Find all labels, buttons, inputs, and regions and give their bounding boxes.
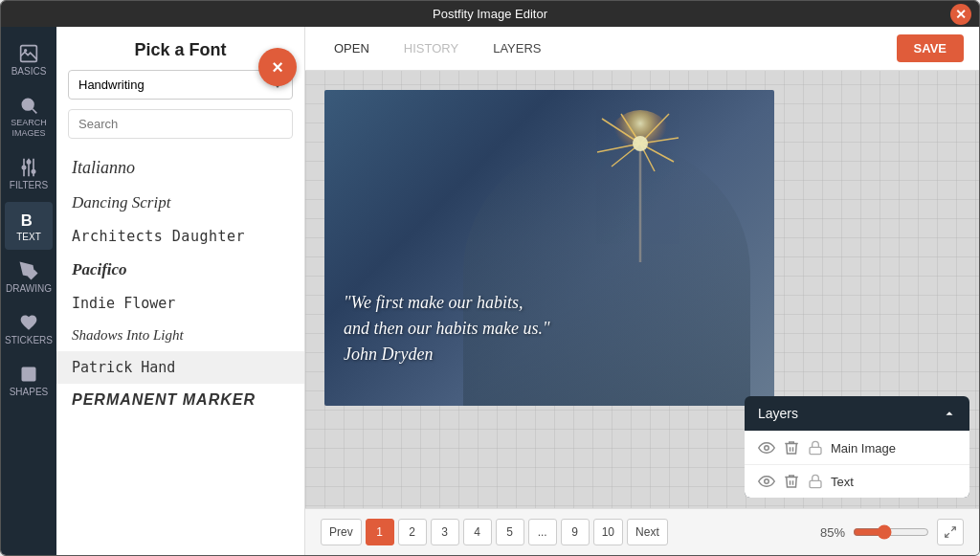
sidebar-filters-label: FILTERS — [10, 180, 48, 190]
layer-text-visibility-icon — [758, 473, 775, 490]
image-background: "We first make our habits,and then our h… — [324, 90, 774, 406]
zoom-label: 85% — [820, 525, 845, 540]
font-panel: Pick a Font Handwriting Serif Sans-Serif… — [56, 27, 305, 555]
svg-line-3 — [33, 109, 37, 114]
page-4-button[interactable]: 4 — [463, 519, 492, 545]
save-button[interactable]: SAVE — [897, 34, 964, 62]
page-9-button[interactable]: 9 — [561, 519, 590, 545]
app-title: Postfity Image Editor — [433, 7, 547, 21]
next-button[interactable]: Next — [627, 519, 668, 545]
svg-point-2 — [22, 99, 33, 110]
canvas-content: "We first make our habits,and then our h… — [305, 71, 979, 508]
layers-panel-header: Layers — [745, 396, 969, 431]
layer-text-delete-icon — [783, 473, 800, 490]
open-button[interactable]: OPEN — [321, 35, 383, 61]
font-panel-close-button[interactable]: × — [258, 48, 297, 86]
sidebar-item-filters[interactable]: FILTERS — [5, 150, 53, 198]
layer-main-image-name: Main Image — [831, 441, 956, 456]
main-area: BASICS SEARCH IMAGES FILTERS B TEXT DRAW… — [1, 27, 979, 555]
svg-point-14 — [27, 269, 30, 272]
font-item-italianno[interactable]: Italianno — [56, 150, 304, 186]
fullscreen-button[interactable] — [937, 519, 964, 545]
layers-panel: Layers Main Image Text — [745, 396, 969, 498]
font-item-pacifico[interactable]: Pacifico — [56, 253, 304, 287]
layer-delete-icon — [783, 439, 800, 456]
svg-rect-15 — [22, 367, 34, 380]
page-ellipsis-button: ... — [528, 519, 557, 545]
canvas-bottom-bar: Prev 1 2 3 4 5 ... 9 10 Next 85% — [305, 508, 979, 555]
page-3-button[interactable]: 3 — [431, 519, 459, 545]
sparkler-image — [583, 109, 698, 281]
sidebar-item-shapes[interactable]: SHAPES — [5, 357, 53, 405]
sidebar-search-label: SEARCH IMAGES — [9, 118, 49, 139]
sidebar-stickers-label: STICKERS — [5, 335, 53, 345]
svg-point-25 — [633, 136, 648, 151]
svg-point-29 — [765, 479, 769, 484]
layers-button[interactable]: LAYERS — [479, 35, 554, 61]
sidebar-item-drawing[interactable]: DRAWING — [5, 254, 53, 301]
svg-point-27 — [765, 446, 769, 451]
sidebar-drawing-label: DRAWING — [6, 283, 52, 294]
layer-main-image[interactable]: Main Image — [745, 431, 969, 464]
prev-button[interactable]: Prev — [321, 519, 362, 545]
font-search-row — [56, 109, 304, 146]
sidebar: BASICS SEARCH IMAGES FILTERS B TEXT DRAW… — [1, 27, 56, 555]
svg-rect-28 — [810, 447, 821, 454]
font-search-input[interactable] — [68, 109, 293, 139]
layers-collapse-icon[interactable] — [943, 407, 956, 420]
fullscreen-icon — [944, 525, 957, 539]
canvas-area: OPEN HISTORY LAYERS SAVE — [305, 27, 979, 555]
sidebar-item-basics[interactable]: BASICS — [5, 36, 53, 84]
layer-text-name: Text — [831, 475, 956, 489]
svg-rect-30 — [810, 480, 821, 487]
page-2-button[interactable]: 2 — [398, 519, 427, 545]
font-list: Italianno Dancing Script Architects Daug… — [56, 146, 304, 555]
sidebar-item-stickers[interactable]: STICKERS — [5, 305, 53, 353]
svg-line-32 — [946, 533, 949, 537]
font-item-shadows-into-light[interactable]: Shadows Into Light — [56, 320, 304, 351]
app-window: Postfity Image Editor ✕ BASICS SEARCH IM… — [0, 0, 980, 556]
layers-title: Layers — [758, 406, 798, 421]
page-5-button[interactable]: 5 — [496, 519, 524, 545]
close-button[interactable]: ✕ — [950, 4, 971, 25]
quote-text: "We first make our habits,and then our h… — [344, 290, 550, 367]
font-item-architects-daughter[interactable]: Architects Daughter — [56, 220, 304, 253]
sidebar-basics-label: BASICS — [11, 66, 47, 77]
zoom-slider[interactable] — [853, 524, 929, 540]
svg-text:B: B — [21, 211, 33, 228]
sidebar-item-search[interactable]: SEARCH IMAGES — [5, 88, 53, 146]
sidebar-shapes-label: SHAPES — [10, 387, 49, 397]
layer-visibility-icon — [758, 439, 775, 456]
svg-line-31 — [951, 527, 955, 531]
page-10-button[interactable]: 10 — [593, 519, 623, 545]
history-button[interactable]: HISTORY — [390, 35, 472, 61]
page-1-button[interactable]: 1 — [366, 519, 394, 545]
font-item-patrick-hand[interactable]: Patrick Hand — [56, 351, 304, 384]
font-item-dancing-script[interactable]: Dancing Script — [56, 186, 304, 220]
image-canvas[interactable]: "We first make our habits,and then our h… — [324, 90, 774, 406]
canvas-toolbar: OPEN HISTORY LAYERS SAVE — [305, 27, 979, 71]
zoom-area: 85% — [820, 519, 964, 545]
font-item-permanent-marker[interactable]: Permanent Marker — [56, 384, 304, 416]
title-bar: Postfity Image Editor ✕ — [1, 1, 979, 27]
layer-text-lock-icon — [808, 474, 823, 489]
font-item-indie-flower[interactable]: Indie Flower — [56, 287, 304, 320]
layer-lock-icon — [808, 440, 823, 456]
layer-text[interactable]: Text — [745, 464, 969, 498]
svg-point-4 — [27, 160, 30, 163]
sidebar-text-label: TEXT — [16, 232, 41, 242]
svg-point-7 — [22, 166, 25, 168]
svg-point-10 — [32, 169, 34, 172]
sidebar-item-text[interactable]: B TEXT — [5, 202, 53, 250]
